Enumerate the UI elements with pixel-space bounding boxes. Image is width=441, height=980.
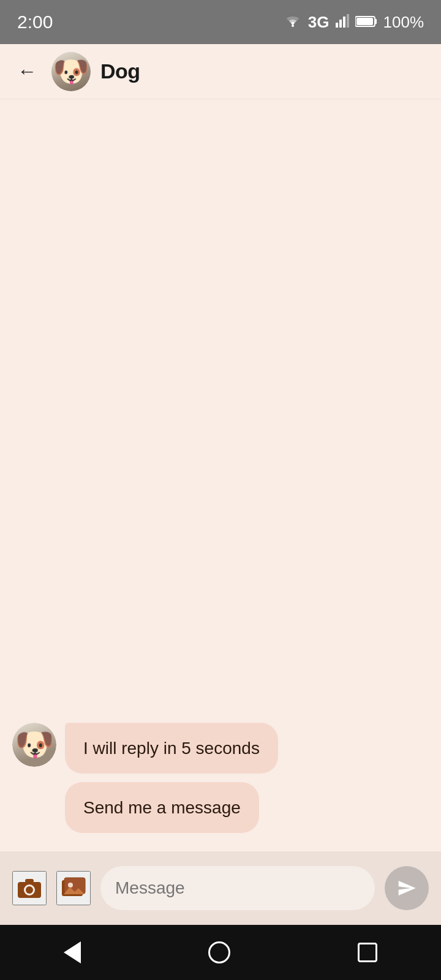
svg-point-10 <box>26 886 33 894</box>
camera-button[interactable] <box>12 871 47 905</box>
nav-back-button[interactable] <box>64 941 81 963</box>
battery-label: 100% <box>383 13 424 32</box>
chat-area: 🐶 I will reply in 5 seconds Send me a me… <box>0 99 441 851</box>
app-header: ← Dog <box>0 44 441 99</box>
message-input-wrapper[interactable] <box>100 866 375 910</box>
message-bubble: I will reply in 5 seconds <box>65 723 278 774</box>
svg-rect-2 <box>339 20 342 28</box>
sender-avatar-image: 🐶 <box>12 723 56 767</box>
svg-rect-11 <box>25 879 34 883</box>
nav-bar <box>0 925 441 980</box>
network-label: 3G <box>308 13 330 32</box>
svg-rect-1 <box>336 23 338 28</box>
svg-rect-6 <box>375 19 377 24</box>
messages-container: 🐶 I will reply in 5 seconds Send me a me… <box>12 723 429 833</box>
send-button[interactable] <box>385 866 429 910</box>
gallery-button[interactable] <box>56 871 91 905</box>
send-icon <box>397 878 417 898</box>
nav-recent-button[interactable] <box>358 943 377 962</box>
status-icons: 3G 100% <box>284 13 424 32</box>
status-time: 2:00 <box>17 12 53 32</box>
contact-name: Dog <box>100 59 140 83</box>
status-bar: 2:00 3G <box>0 0 441 44</box>
wifi-icon <box>284 13 302 32</box>
svg-rect-7 <box>356 18 373 25</box>
message-bubble: Send me a message <box>65 782 259 833</box>
message-row: 🐶 I will reply in 5 seconds Send me a me… <box>12 723 429 833</box>
svg-point-14 <box>68 883 73 888</box>
dog-avatar-image <box>51 52 91 91</box>
svg-point-0 <box>292 24 294 27</box>
message-input[interactable] <box>115 878 360 898</box>
nav-home-button[interactable] <box>208 941 230 963</box>
svg-rect-4 <box>347 14 349 28</box>
sender-avatar: 🐶 <box>12 723 56 767</box>
svg-rect-3 <box>343 17 345 28</box>
messages-group: I will reply in 5 seconds Send me a mess… <box>65 723 278 833</box>
battery-icon <box>355 13 377 32</box>
input-bar <box>0 851 441 925</box>
contact-avatar <box>51 52 91 91</box>
back-button[interactable]: ← <box>12 55 42 88</box>
signal-icon <box>336 13 349 32</box>
